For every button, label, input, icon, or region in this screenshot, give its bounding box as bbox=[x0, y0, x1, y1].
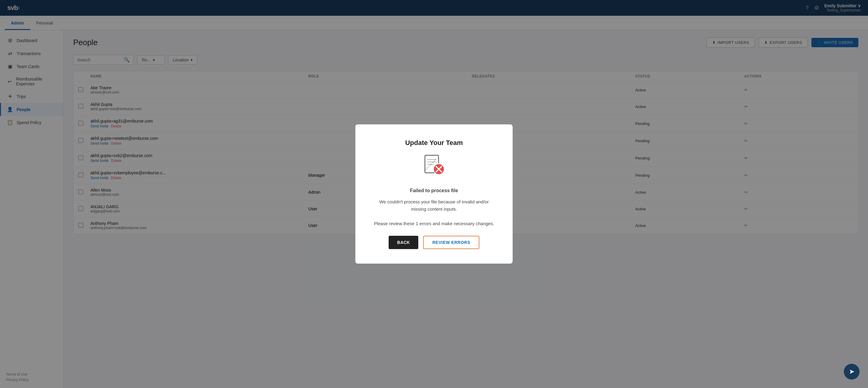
back-button[interactable]: BACK bbox=[389, 236, 418, 249]
modal-body: Failed to process file We couldn't proce… bbox=[372, 187, 496, 227]
modal-icon-wrap bbox=[422, 153, 446, 178]
modal-body-line2: Please review these 1 errors and make ne… bbox=[372, 220, 496, 227]
modal-overlay: Update Your Team Failed to process file … bbox=[0, 0, 868, 388]
modal-body-line1: We couldn't process your file because of… bbox=[372, 198, 496, 213]
update-team-modal: Update Your Team Failed to process file … bbox=[355, 124, 513, 264]
failed-file-icon bbox=[422, 153, 446, 177]
modal-actions: BACK REVIEW ERRORS bbox=[389, 236, 479, 249]
chat-bubble[interactable]: ➤ bbox=[844, 364, 860, 380]
modal-status: Failed to process file bbox=[372, 187, 496, 195]
chat-icon: ➤ bbox=[849, 368, 855, 376]
review-errors-button[interactable]: REVIEW ERRORS bbox=[423, 236, 479, 249]
modal-title: Update Your Team bbox=[405, 139, 463, 147]
